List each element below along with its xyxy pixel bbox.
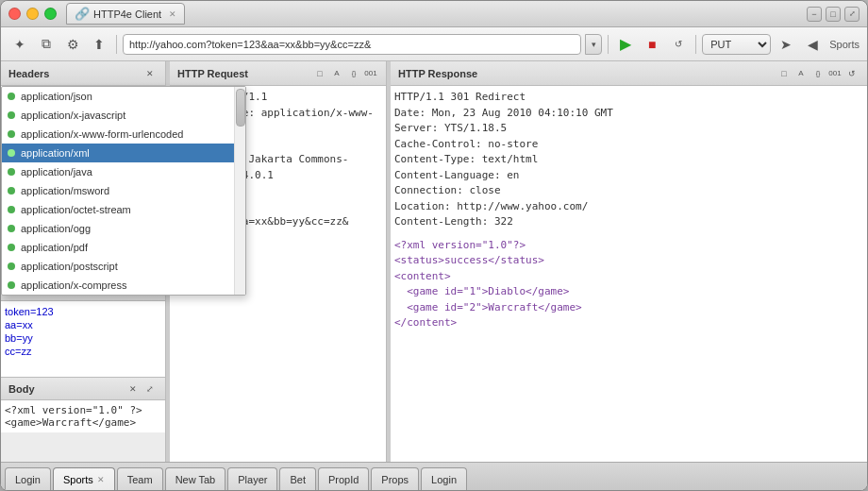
response-panel-icons: □ A {} 001 ↺ — [776, 67, 860, 80]
traffic-lights — [8, 8, 57, 20]
tab-new[interactable]: New Tab — [165, 467, 226, 490]
close-button[interactable] — [8, 8, 21, 20]
main-content: Headers ✕ application/json application/x… — [1, 61, 867, 462]
body-panel-icons: ✕ ⤢ — [125, 382, 158, 396]
dropdown-item-label: application/postscript — [21, 261, 118, 272]
dropdown-item-label: application/java — [21, 166, 92, 178]
dot-icon — [8, 111, 15, 119]
audio-icon[interactable]: ◀ — [801, 34, 824, 55]
request-num-icon[interactable]: 001 — [363, 67, 378, 80]
dropdown-scrollbar-thumb[interactable] — [236, 89, 245, 127]
xml-line-6: </content> — [394, 315, 863, 331]
body-expand-icon[interactable]: ⤢ — [142, 382, 158, 396]
tab-login-1-label: Login — [15, 474, 41, 485]
request-panel-title: HTTP Request — [177, 68, 248, 79]
resp-line-9: Content-Length: 322 — [394, 214, 863, 230]
titlebar-restore-icon[interactable]: □ — [826, 7, 841, 22]
tabbar: Login Sports ✕ Team New Tab Player Bet P… — [1, 462, 867, 490]
dropdown-item-label: application/xml — [21, 147, 90, 159]
resp-line-6: Content-Language: en — [394, 168, 863, 184]
body-line2: <game>Warcraft</game> — [5, 416, 161, 429]
dropdown-item-label: application/json — [21, 91, 92, 102]
tab-sports[interactable]: Sports ✕ — [53, 467, 115, 490]
response-copy-icon[interactable]: □ — [776, 67, 792, 80]
dropdown-item-json[interactable]: application/json — [2, 87, 245, 106]
tab-sports-close-icon[interactable]: ✕ — [97, 475, 105, 484]
toolbar-separator-1 — [116, 35, 117, 54]
tab-sports-label: Sports — [63, 474, 93, 485]
xml-line-2: <status>success</status> — [394, 253, 863, 269]
params-content: token=123 aa=xx bb=yy cc=zz — [1, 301, 165, 377]
response-panel-header: HTTP Response □ A {} 001 ↺ — [391, 61, 867, 86]
dropdown-item-postscript[interactable]: application/postscript — [2, 257, 245, 276]
dot-icon — [8, 262, 15, 270]
tab-new-label: New Tab — [175, 474, 216, 485]
tab-props[interactable]: Props — [371, 467, 419, 490]
param-token: token=123 — [5, 305, 161, 318]
titlebar-maximize-icon[interactable]: ⤢ — [844, 7, 860, 22]
reset-icon[interactable]: ↺ — [667, 34, 690, 55]
dropdown-item-label: application/pdf — [21, 242, 88, 253]
dropdown-item-label: application/octet-stream — [21, 204, 131, 215]
headers-clear-icon[interactable]: ✕ — [142, 67, 158, 80]
response-text-icon[interactable]: A — [793, 67, 809, 80]
settings-icon[interactable]: ⚙ — [61, 34, 84, 55]
tab-bet[interactable]: Bet — [279, 467, 316, 490]
toolbar: ✦ ⧉ ⚙ ⬆ ▾ ▶ ■ ↺ GET POST PUT DELETE HEAD… — [1, 27, 867, 61]
response-xml-block: <?xml version="1.0"?> <status>success</s… — [394, 238, 863, 331]
new-request-icon[interactable]: ✦ — [8, 34, 31, 55]
titlebar: 🔗 HTTP4e Client ✕ − □ ⤢ — [1, 1, 867, 27]
titlebar-minimize-icon[interactable]: − — [807, 7, 822, 22]
maximize-button[interactable] — [44, 8, 57, 20]
tab-propid-label: PropId — [328, 474, 359, 485]
response-refresh-icon[interactable]: ↺ — [844, 67, 860, 80]
dropdown-item-xjs[interactable]: application/x-javascript — [2, 106, 245, 125]
param-aa: aa=xx — [5, 318, 161, 331]
dot-icon — [8, 281, 15, 289]
duplicate-icon[interactable]: ⧉ — [35, 34, 58, 55]
stop-button[interactable]: ■ — [641, 34, 663, 55]
dropdown-item-pdf[interactable]: application/pdf — [2, 238, 245, 257]
dropdown-item-label: application/msword — [21, 185, 109, 196]
dot-icon — [8, 93, 15, 100]
tab-login-2[interactable]: Login — [421, 467, 467, 490]
resp-line-3: Server: YTS/1.18.5 — [394, 121, 863, 137]
response-content: HTTP/1.1 301 Redirect Date: Mon, 23 Aug … — [391, 86, 867, 462]
method-select[interactable]: GET POST PUT DELETE HEAD — [702, 34, 771, 55]
tab-player[interactable]: Player — [227, 467, 277, 490]
dropdown-item-xcompress[interactable]: application/x-compress — [2, 276, 245, 295]
dropdown-scrollbar[interactable] — [234, 87, 245, 295]
window-tab[interactable]: 🔗 HTTP4e Client ✕ — [66, 3, 185, 25]
send-icon[interactable]: ➤ — [775, 34, 797, 55]
tab-props-label: Props — [381, 474, 409, 485]
url-input[interactable] — [123, 34, 581, 55]
dropdown-item-form[interactable]: application/x-www-form-urlencoded — [2, 125, 245, 144]
request-copy-icon[interactable]: □ — [312, 67, 327, 80]
response-json-icon[interactable]: {} — [810, 67, 826, 80]
tab-login-1[interactable]: Login — [5, 467, 51, 490]
request-panel-icons: □ A {} 001 — [312, 67, 378, 80]
window-tab-close-icon[interactable]: ✕ — [169, 9, 176, 19]
dropdown-item-xml[interactable]: application/xml — [2, 144, 245, 162]
titlebar-controls: − □ ⤢ — [807, 7, 860, 22]
dropdown-item-java[interactable]: application/java — [2, 162, 245, 181]
export-icon[interactable]: ⬆ — [88, 34, 110, 55]
request-json-icon[interactable]: {} — [346, 67, 361, 80]
dropdown-item-octet[interactable]: application/octet-stream — [2, 200, 245, 219]
request-text-icon[interactable]: A — [329, 67, 344, 80]
dot-icon — [8, 130, 15, 138]
run-button[interactable]: ▶ — [614, 34, 637, 55]
xml-line-3: <content> — [394, 269, 863, 285]
dropdown-item-ogg[interactable]: application/ogg — [2, 219, 245, 238]
body-clear-icon[interactable]: ✕ — [125, 382, 141, 396]
tab-team[interactable]: Team — [117, 467, 163, 490]
url-dropdown-button[interactable]: ▾ — [585, 34, 602, 55]
dot-icon — [8, 187, 15, 195]
tab-player-label: Player — [238, 474, 267, 485]
minimize-button[interactable] — [26, 8, 39, 20]
tab-propid[interactable]: PropId — [318, 467, 369, 490]
resp-line-4: Cache-Control: no-store — [394, 137, 863, 153]
dropdown-item-msword[interactable]: application/msword — [2, 181, 245, 200]
response-num-icon[interactable]: 001 — [827, 67, 843, 80]
dropdown-item-label: application/ogg — [21, 223, 91, 234]
